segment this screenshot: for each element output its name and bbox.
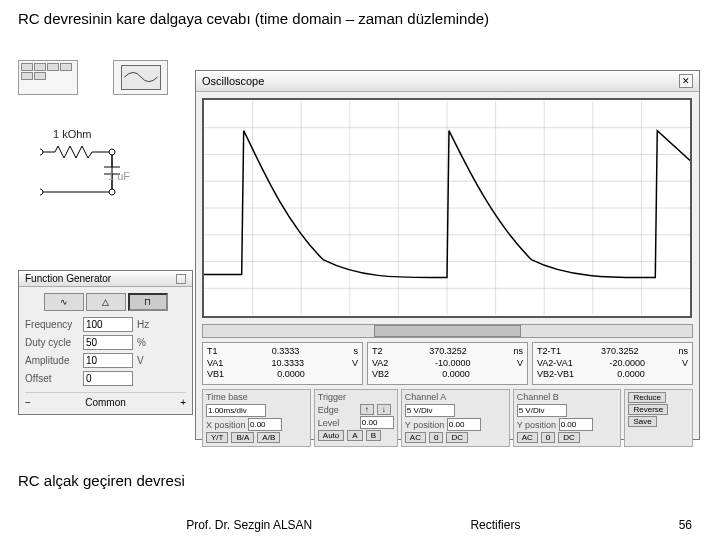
function-generator-icon[interactable]	[18, 60, 78, 95]
level-label: Level	[318, 418, 358, 428]
xpos-label: X position	[206, 420, 246, 430]
resistor-label: 1 kOhm	[53, 128, 92, 140]
trigger-group: Trigger Edge↑↓ Level AutoAB	[314, 389, 398, 447]
freq-input[interactable]	[83, 317, 133, 332]
cha-title: Channel A	[405, 392, 506, 402]
grid	[204, 101, 690, 315]
freq-label: Frequency	[25, 319, 83, 330]
edge-fall[interactable]: ↓	[377, 404, 391, 415]
circuit-wires	[40, 142, 180, 262]
capacitor-label: 1 uF	[108, 170, 130, 182]
channel-b-group: Channel B Y position AC0DC	[513, 389, 622, 447]
readout-t2: T2370.3252ns VA2-10.0000V VB20.0000	[367, 342, 528, 385]
scroll-thumb[interactable]	[374, 325, 521, 337]
trigger-title: Trigger	[318, 392, 394, 402]
slide-footer: Prof. Dr. Sezgin ALSAN Rectifiers 56	[0, 518, 720, 532]
duty-label: Duty cycle	[25, 337, 83, 348]
chb-ypos-label: Y position	[517, 420, 557, 430]
sine-button[interactable]: ∿	[44, 293, 84, 311]
reduce-button[interactable]: Reduce	[628, 392, 666, 403]
oscilloscope-icon[interactable]	[113, 60, 168, 95]
funcgen-title-text: Function Generator	[25, 273, 111, 284]
triangle-button[interactable]: △	[86, 293, 126, 311]
svg-point-3	[109, 189, 115, 195]
circuit-name-label: RC alçak geçiren devresi	[18, 472, 185, 489]
trig-auto[interactable]: Auto	[318, 430, 344, 441]
amp-unit: V	[137, 355, 167, 366]
misc-group: Reduce Reverse Save	[624, 389, 693, 447]
save-button[interactable]: Save	[628, 416, 656, 427]
level-input[interactable]	[360, 416, 394, 429]
freq-unit: Hz	[137, 319, 167, 330]
circuit-diagram: 1 kOhm 1 uF	[18, 60, 188, 275]
cha-ypos-label: Y position	[405, 420, 445, 430]
mode-yt[interactable]: Y/T	[206, 432, 228, 443]
minimize-icon[interactable]	[176, 274, 186, 284]
svg-point-2	[109, 149, 115, 155]
funcgen-titlebar[interactable]: Function Generator	[19, 271, 192, 287]
cursor-readout: T10.3333s VA110.3333V VB10.0000 T2370.32…	[202, 342, 693, 385]
edge-label: Edge	[318, 405, 358, 415]
oscope-title-text: Oscilloscope	[202, 75, 264, 87]
edge-rise[interactable]: ↑	[360, 404, 374, 415]
cha-0[interactable]: 0	[429, 432, 443, 443]
mode-ab[interactable]: A/B	[257, 432, 280, 443]
topic-label: Rectifiers	[470, 518, 520, 532]
cha-scale[interactable]	[405, 404, 455, 417]
chb-dc[interactable]: DC	[558, 432, 580, 443]
oscope-titlebar[interactable]: Oscilloscope ✕	[196, 71, 699, 92]
function-generator-window: Function Generator ∿ △ ⊓ FrequencyHz Dut…	[18, 270, 193, 415]
duty-unit: %	[137, 337, 167, 348]
timebase-title: Time base	[206, 392, 307, 402]
xpos-input[interactable]	[248, 418, 282, 431]
close-icon[interactable]: ✕	[679, 74, 693, 88]
slide-title: RC devresinin kare dalgaya cevabı (time …	[18, 10, 489, 27]
chb-ypos[interactable]	[559, 418, 593, 431]
square-button[interactable]: ⊓	[128, 293, 168, 311]
offset-label: Offset	[25, 373, 83, 384]
svg-point-0	[40, 149, 43, 155]
chb-0[interactable]: 0	[541, 432, 555, 443]
time-scrollbar[interactable]	[202, 324, 693, 338]
readout-delta: T2-T1370.3252ns VA2-VA1-20.0000V VB2-VB1…	[532, 342, 693, 385]
port-common: Common	[85, 397, 126, 408]
mode-ba[interactable]: B/A	[231, 432, 254, 443]
reverse-button[interactable]: Reverse	[628, 404, 668, 415]
author-label: Prof. Dr. Sezgin ALSAN	[186, 518, 312, 532]
readout-t1: T10.3333s VA110.3333V VB10.0000	[202, 342, 363, 385]
port-pos: +	[180, 397, 186, 408]
page-number: 56	[679, 518, 692, 532]
oscilloscope-screen[interactable]	[202, 98, 692, 318]
cha-ypos[interactable]	[447, 418, 481, 431]
cha-dc[interactable]: DC	[446, 432, 468, 443]
trig-b[interactable]: B	[366, 430, 381, 441]
chb-scale[interactable]	[517, 404, 567, 417]
oscilloscope-window: Oscilloscope ✕ T10.3333s VA110.3333V VB1…	[195, 70, 700, 440]
channel-a-group: Channel A Y position AC0DC	[401, 389, 510, 447]
svg-point-1	[40, 189, 43, 195]
cha-ac[interactable]: AC	[405, 432, 426, 443]
offset-input[interactable]	[83, 371, 133, 386]
amp-input[interactable]	[83, 353, 133, 368]
trig-a[interactable]: A	[347, 430, 362, 441]
timebase-input[interactable]	[206, 404, 266, 417]
chb-ac[interactable]: AC	[517, 432, 538, 443]
duty-input[interactable]	[83, 335, 133, 350]
amp-label: Amplitude	[25, 355, 83, 366]
waveform-selector: ∿ △ ⊓	[25, 293, 186, 311]
timebase-group: Time base X position Y/TB/AA/B	[202, 389, 311, 447]
port-neg: −	[25, 397, 31, 408]
chb-title: Channel B	[517, 392, 618, 402]
